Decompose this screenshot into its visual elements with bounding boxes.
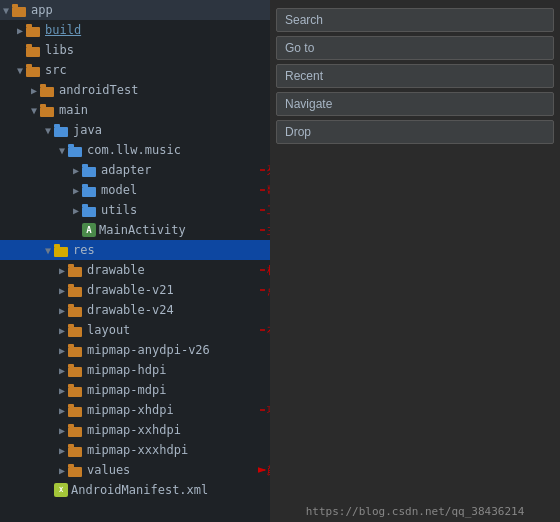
tree-item-label: java xyxy=(73,123,102,137)
folder-brown-icon xyxy=(40,104,56,117)
folder-brown-icon xyxy=(68,404,84,417)
tree-item-label: model xyxy=(101,183,137,197)
tree-item-label: androidTest xyxy=(59,83,138,97)
tree-item-mipmap-xhdpi[interactable]: ▶mipmap-xhdpi xyxy=(0,400,270,420)
folder-brown-icon xyxy=(68,284,84,297)
tree-item-model[interactable]: ▶model xyxy=(0,180,270,200)
folder-brown-icon xyxy=(68,344,84,357)
tree-item-layout[interactable]: ▶layout xyxy=(0,320,270,340)
expand-arrow[interactable]: ▶ xyxy=(56,325,68,336)
expand-arrow[interactable]: ▶ xyxy=(56,365,68,376)
file-tree-panel: ▼app▶buildlibs▼src▶androidTest▼main▼java… xyxy=(0,0,270,522)
tree-item-utils[interactable]: ▶utils xyxy=(0,200,270,220)
tree-item-androidTest[interactable]: ▶androidTest xyxy=(0,80,270,100)
tree-item-mipmap-anydpi-v26[interactable]: ▶mipmap-anydpi-v26 xyxy=(0,340,270,360)
right-panel: Search Go to Recent Navigate Drop https:… xyxy=(270,0,560,522)
folder-blue-icon xyxy=(82,164,98,177)
tree-item-build[interactable]: ▶build xyxy=(0,20,270,40)
expand-arrow[interactable]: ▶ xyxy=(70,185,82,196)
recent-button[interactable]: Recent xyxy=(276,64,554,88)
search-button[interactable]: Search xyxy=(276,8,554,32)
folder-brown-icon xyxy=(68,364,84,377)
tree-item-label: utils xyxy=(101,203,137,217)
expand-arrow[interactable]: ▶ xyxy=(70,205,82,216)
tree-item-java[interactable]: ▼java xyxy=(0,120,270,140)
expand-arrow[interactable]: ▼ xyxy=(42,245,54,256)
tree-item-label: mipmap-xxhdpi xyxy=(87,423,181,437)
folder-blue-icon xyxy=(68,144,84,157)
folder-brown-icon xyxy=(68,304,84,317)
expand-arrow[interactable]: ▼ xyxy=(56,145,68,156)
activity-icon: A xyxy=(82,223,96,237)
expand-arrow[interactable]: ▶ xyxy=(56,405,68,416)
tree-item-label: build xyxy=(45,23,81,37)
tree-item-src[interactable]: ▼src xyxy=(0,60,270,80)
tree-item-mipmap-hdpi[interactable]: ▶mipmap-hdpi xyxy=(0,360,270,380)
tree-item-drawable-v24[interactable]: ▶drawable-v24 xyxy=(0,300,270,320)
expand-arrow[interactable]: ▶ xyxy=(56,305,68,316)
folder-brown-icon xyxy=(68,264,84,277)
expand-arrow[interactable]: ▶ xyxy=(14,25,26,36)
tree-item-AndroidManifest[interactable]: XAndroidManifest.xml xyxy=(0,480,270,500)
expand-arrow[interactable]: ▼ xyxy=(42,125,54,136)
tree-item-label: drawable xyxy=(87,263,145,277)
expand-arrow[interactable]: ▶ xyxy=(28,85,40,96)
drop-button[interactable]: Drop xyxy=(276,120,554,144)
tree-item-label: mipmap-hdpi xyxy=(87,363,166,377)
tree-item-com.llw.music[interactable]: ▼com.llw.music xyxy=(0,140,270,160)
tree-item-values[interactable]: ▶values xyxy=(0,460,270,480)
tree-item-label: main xyxy=(59,103,88,117)
goto-button[interactable]: Go to xyxy=(276,36,554,60)
xml-icon: X xyxy=(54,483,68,497)
tree-item-label: libs xyxy=(45,43,74,57)
folder-brown-icon xyxy=(26,64,42,77)
folder-yellow-icon xyxy=(54,244,70,257)
tree-item-res[interactable]: ▼res xyxy=(0,240,270,260)
tree-item-libs[interactable]: libs xyxy=(0,40,270,60)
expand-arrow[interactable]: ▶ xyxy=(56,385,68,396)
tree-item-label: mipmap-anydpi-v26 xyxy=(87,343,210,357)
expand-arrow[interactable]: ▼ xyxy=(28,105,40,116)
navigate-button[interactable]: Navigate xyxy=(276,92,554,116)
tree-item-mipmap-xxxhdpi[interactable]: ▶mipmap-xxxhdpi xyxy=(0,440,270,460)
expand-arrow[interactable]: ▶ xyxy=(56,265,68,276)
folder-blue-icon xyxy=(82,204,98,217)
tree-item-label: MainActivity xyxy=(99,223,186,237)
tree-item-label: mipmap-mdpi xyxy=(87,383,166,397)
watermark: https://blog.csdn.net/qq_38436214 xyxy=(270,505,560,518)
tree-item-label: src xyxy=(45,63,67,77)
tree-item-label: com.llw.music xyxy=(87,143,181,157)
tree-item-label: layout xyxy=(87,323,130,337)
expand-arrow[interactable]: ▶ xyxy=(56,465,68,476)
expand-arrow[interactable]: ▶ xyxy=(70,165,82,176)
expand-arrow[interactable]: ▼ xyxy=(14,65,26,76)
file-tree[interactable]: ▼app▶buildlibs▼src▶androidTest▼main▼java… xyxy=(0,0,270,500)
tree-item-label: mipmap-xxxhdpi xyxy=(87,443,188,457)
tree-item-main[interactable]: ▼main xyxy=(0,100,270,120)
tree-item-label: drawable-v24 xyxy=(87,303,174,317)
tree-item-drawable[interactable]: ▶drawable xyxy=(0,260,270,280)
folder-blue-icon xyxy=(82,184,98,197)
tree-item-mipmap-xxhdpi[interactable]: ▶mipmap-xxhdpi xyxy=(0,420,270,440)
tree-item-app[interactable]: ▼app xyxy=(0,0,270,20)
expand-arrow[interactable]: ▶ xyxy=(56,445,68,456)
tree-item-mipmap-mdpi[interactable]: ▶mipmap-mdpi xyxy=(0,380,270,400)
expand-arrow[interactable]: ▶ xyxy=(56,425,68,436)
tree-item-MainActivity[interactable]: AMainActivity xyxy=(0,220,270,240)
expand-arrow[interactable]: ▶ xyxy=(56,345,68,356)
folder-brown-icon xyxy=(68,324,84,337)
expand-arrow[interactable]: ▼ xyxy=(0,5,12,16)
tree-item-label: mipmap-xhdpi xyxy=(87,403,174,417)
expand-arrow[interactable]: ▶ xyxy=(56,285,68,296)
folder-blue-icon xyxy=(54,124,70,137)
folder-brown-icon xyxy=(12,4,28,17)
tree-item-label: drawable-v21 xyxy=(87,283,174,297)
tree-item-label: AndroidManifest.xml xyxy=(71,483,208,497)
tree-item-drawable-v21[interactable]: ▶drawable-v21 xyxy=(0,280,270,300)
tree-item-label: adapter xyxy=(101,163,152,177)
folder-brown-icon xyxy=(26,44,42,57)
tree-item-label: values xyxy=(87,463,130,477)
tree-item-adapter[interactable]: ▶adapter xyxy=(0,160,270,180)
tree-item-label: res xyxy=(73,243,95,257)
folder-brown-icon xyxy=(68,444,84,457)
